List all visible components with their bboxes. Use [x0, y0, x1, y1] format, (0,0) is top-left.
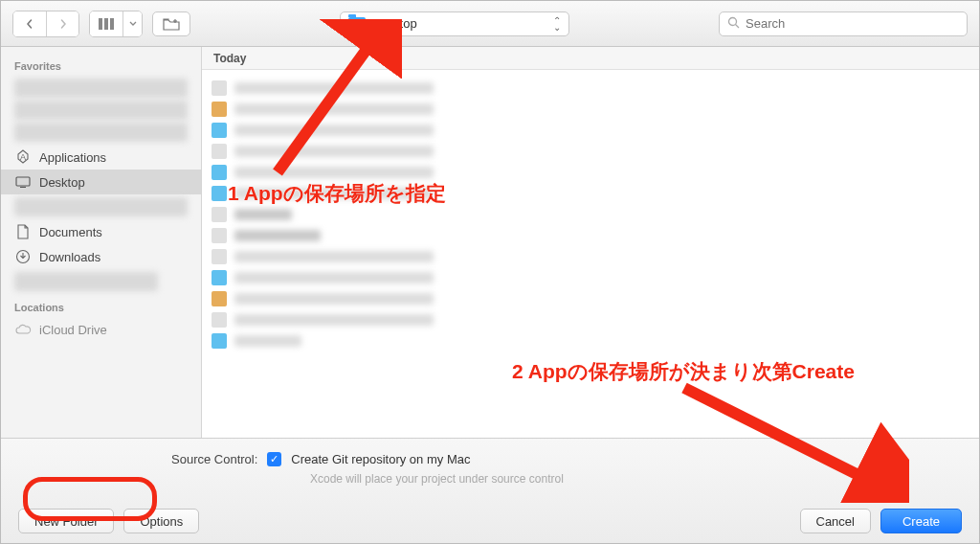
- source-control-label: Source Control:: [171, 452, 257, 466]
- file-browser: Today: [202, 47, 979, 438]
- source-control-row: Source Control: ✓ Create Git repository …: [18, 452, 962, 466]
- options-button[interactable]: Options: [123, 509, 199, 533]
- sidebar: Favorites A Applications Desktop: [1, 47, 202, 438]
- search-icon: [727, 16, 740, 32]
- sidebar-item-label: Desktop: [39, 175, 85, 190]
- sidebar-item-redacted[interactable]: [14, 79, 188, 98]
- folder-icon: [348, 17, 366, 31]
- svg-rect-1: [104, 18, 108, 30]
- list-item[interactable]: [212, 225, 434, 246]
- list-item[interactable]: [212, 267, 434, 288]
- list-item[interactable]: [212, 246, 434, 267]
- view-columns-button[interactable]: [90, 11, 122, 36]
- locations-heading: Locations: [1, 294, 201, 317]
- svg-point-5: [729, 17, 737, 25]
- sidebar-item-documents[interactable]: Documents: [1, 219, 201, 244]
- search-field-wrap[interactable]: [719, 11, 968, 36]
- git-checkbox[interactable]: ✓: [267, 452, 281, 466]
- svg-text:A: A: [20, 152, 26, 162]
- list-item[interactable]: [212, 330, 434, 351]
- list-item[interactable]: [212, 99, 434, 120]
- location-label: Desktop: [371, 16, 417, 31]
- sidebar-item-label: Documents: [39, 225, 102, 239]
- sidebar-item-label: iCloud Drive: [39, 323, 107, 337]
- cloud-icon: [14, 324, 32, 335]
- updown-icon: ⌃⌄: [553, 17, 561, 31]
- sidebar-item-desktop[interactable]: Desktop: [1, 170, 201, 194]
- sidebar-item-redacted[interactable]: [14, 272, 158, 291]
- list-item[interactable]: [212, 162, 434, 183]
- desktop-icon: [14, 176, 32, 188]
- back-button[interactable]: [13, 11, 46, 36]
- search-input[interactable]: [746, 16, 959, 31]
- svg-line-6: [736, 24, 740, 28]
- sidebar-item-redacted[interactable]: [14, 197, 188, 216]
- new-folder-toolbar-button[interactable]: [152, 11, 190, 36]
- list-item[interactable]: [212, 204, 434, 225]
- nav-group: [12, 11, 79, 37]
- new-folder-button[interactable]: New Folder: [18, 509, 114, 533]
- list-item[interactable]: [212, 183, 434, 204]
- forward-button[interactable]: [46, 11, 78, 36]
- sidebar-item-redacted[interactable]: [14, 101, 188, 120]
- list-item[interactable]: [212, 141, 434, 162]
- toolbar: Desktop ⌃⌄: [1, 1, 979, 47]
- sidebar-item-label: Downloads: [39, 250, 100, 264]
- svg-rect-2: [110, 18, 114, 30]
- create-button[interactable]: Create: [880, 509, 962, 533]
- sidebar-item-redacted[interactable]: [14, 123, 188, 142]
- downloads-icon: [14, 249, 32, 264]
- column-header-label: Today: [213, 52, 246, 65]
- svg-rect-0: [99, 18, 102, 30]
- sidebar-item-downloads[interactable]: Downloads: [1, 244, 201, 269]
- sidebar-item-applications[interactable]: A Applications: [1, 145, 201, 170]
- source-control-help: Xcode will place your project under sour…: [18, 472, 962, 503]
- button-row: New Folder Options Cancel Create: [18, 509, 962, 533]
- bottom-panel: Source Control: ✓ Create Git repository …: [1, 438, 979, 543]
- list-item[interactable]: [212, 288, 434, 309]
- list-item[interactable]: [212, 120, 434, 141]
- svg-rect-8: [16, 177, 30, 186]
- sidebar-item-icloud[interactable]: iCloud Drive: [1, 317, 201, 342]
- view-mode-group: [89, 11, 143, 37]
- view-dropdown-button[interactable]: [122, 11, 142, 36]
- list-item[interactable]: [212, 78, 434, 99]
- file-list[interactable]: [202, 70, 443, 438]
- git-checkbox-label: Create Git repository on my Mac: [291, 452, 470, 466]
- body: Favorites A Applications Desktop: [1, 47, 979, 438]
- favorites-heading: Favorites: [1, 53, 201, 76]
- applications-icon: A: [14, 149, 32, 165]
- list-item[interactable]: [212, 309, 434, 330]
- column-header: Today: [202, 47, 979, 70]
- save-dialog-window: Desktop ⌃⌄ Favorites A Applications: [0, 0, 980, 544]
- cancel-button[interactable]: Cancel: [800, 509, 871, 533]
- documents-icon: [14, 224, 32, 239]
- sidebar-item-label: Applications: [39, 150, 106, 165]
- location-dropdown[interactable]: Desktop ⌃⌄: [340, 11, 569, 36]
